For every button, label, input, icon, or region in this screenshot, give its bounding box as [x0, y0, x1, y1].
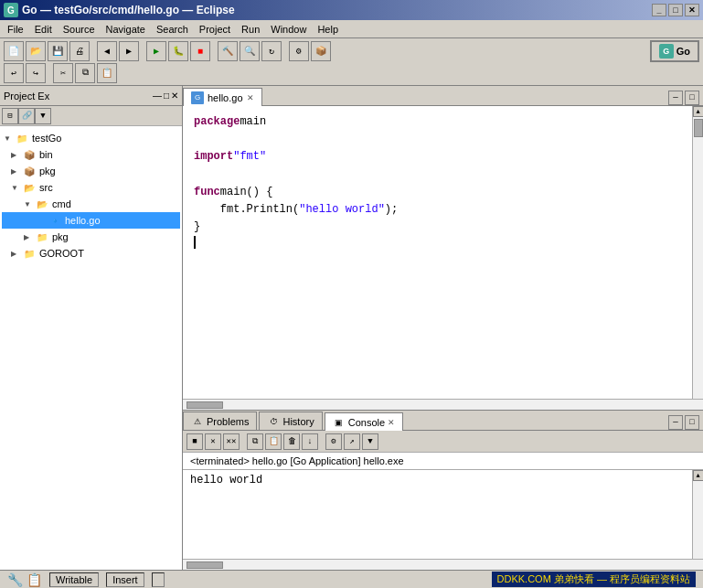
run-button[interactable]: ▶	[146, 41, 166, 61]
menu-navigate[interactable]: Navigate	[101, 22, 151, 37]
code-line-8	[194, 236, 681, 253]
tree-item-testGo[interactable]: ▼ 📁 testGo	[2, 130, 180, 146]
fwd-button[interactable]: ▶	[119, 41, 139, 61]
menu-project[interactable]: Project	[194, 22, 236, 37]
back-button[interactable]: ◀	[97, 41, 117, 61]
bottom-maximize[interactable]: □	[685, 415, 699, 430]
bottom-minimize[interactable]: —	[668, 415, 683, 430]
toolbar-row-1: 📄 📂 💾 🖨 ◀ ▶ ▶ 🐛 ■ 🔨 🔍 ↻ ⚙ 📦 G Go	[4, 40, 699, 62]
console-h-scrollbar[interactable]	[183, 559, 703, 570]
pe-titlebar-controls[interactable]: — □ ✕	[153, 91, 178, 101]
h-scrollbar-area[interactable]	[183, 399, 703, 410]
open-button[interactable]: 📂	[26, 41, 46, 61]
console-copy-btn[interactable]: ⧉	[247, 433, 263, 450]
undo-button[interactable]: ↩	[4, 63, 24, 83]
menu-source[interactable]: Source	[58, 22, 101, 37]
v-scrollbar[interactable]: ▲	[692, 106, 703, 399]
go-run-button[interactable]: G Go	[650, 40, 699, 62]
bottom-tab-problems[interactable]: ⚠ Problems	[183, 412, 257, 430]
pe-minimize-icon[interactable]: —	[153, 91, 162, 101]
menu-run[interactable]: Run	[236, 22, 265, 37]
console-h-thumb[interactable]	[186, 561, 223, 569]
console-scroll-up[interactable]: ▲	[693, 470, 704, 481]
console-paste-btn[interactable]: 📋	[265, 433, 282, 450]
tb-extra1[interactable]: ⚙	[289, 41, 309, 61]
console-terminate-btn[interactable]: ■	[186, 433, 203, 450]
menu-help[interactable]: Help	[312, 22, 344, 37]
bottom-tab-history[interactable]: ⏱ History	[259, 412, 322, 430]
debug-button[interactable]: 🐛	[168, 41, 188, 61]
title-controls[interactable]: _ □ ✕	[652, 4, 699, 16]
tb-extra2[interactable]: 📦	[311, 41, 331, 61]
pe-link-editor[interactable]: 🔗	[18, 108, 35, 124]
maximize-button[interactable]: □	[668, 4, 683, 16]
tree-item-GOROOT[interactable]: ▶ 📁 GOROOT	[2, 245, 180, 262]
redo-button[interactable]: ↪	[26, 63, 46, 83]
scroll-up-arrow[interactable]: ▲	[693, 106, 704, 117]
folder-icon-cmd: 📂	[35, 198, 49, 210]
console-output: hello world	[183, 470, 692, 559]
close-button[interactable]: ✕	[685, 4, 699, 16]
code-editor[interactable]: package main import "fmt" func main() { …	[183, 106, 692, 399]
tree-label-testGo: testGo	[32, 133, 61, 144]
console-tab-close[interactable]: ✕	[388, 418, 395, 427]
console-settings-btn[interactable]: ⚙	[325, 433, 342, 450]
tree-label-GOROOT: GOROOT	[39, 248, 84, 259]
tree-label-pkg2: pkg	[52, 231, 69, 242]
pe-titlebar-left: Project Ex	[4, 91, 49, 102]
tree-item-cmd[interactable]: ▼ 📂 cmd	[2, 196, 180, 212]
pe-close-icon[interactable]: ✕	[171, 91, 178, 101]
console-remove-btn[interactable]: ✕	[205, 433, 221, 450]
tree-item-hello-go[interactable]: 🔹 hello.go	[2, 212, 180, 229]
scroll-thumb[interactable]	[694, 119, 703, 137]
editor-minimize[interactable]: —	[668, 91, 683, 105]
save-button[interactable]: 💾	[48, 41, 68, 61]
str-hello: "hello world"	[299, 201, 385, 219]
toolbar-row-2: ↩ ↪ ✂ ⧉ 📋	[4, 63, 699, 83]
console-open-btn[interactable]: ↗	[344, 433, 360, 450]
cut-button[interactable]: ✂	[53, 63, 73, 83]
copy-button[interactable]: ⧉	[75, 63, 95, 83]
minimize-button[interactable]: _	[652, 4, 666, 16]
editor-tab-label: hello.go	[208, 92, 243, 103]
bottom-tab-problems-label: Problems	[207, 416, 249, 427]
bottom-tab-console-label: Console	[348, 417, 385, 428]
editor-tab-close[interactable]: ✕	[247, 93, 254, 102]
pe-collapse-all[interactable]: ⊟	[2, 108, 18, 124]
code-line-2	[194, 131, 681, 148]
editor-maximize[interactable]: □	[685, 91, 699, 105]
tree-item-pkg[interactable]: ▶ 📦 pkg	[2, 163, 180, 179]
tree-item-src[interactable]: ▼ 📂 src	[2, 179, 180, 196]
toolbar-area: 📄 📂 💾 🖨 ◀ ▶ ▶ 🐛 ■ 🔨 🔍 ↻ ⚙ 📦 G Go ↩ ↪ ✂ ⧉…	[0, 38, 703, 86]
tree-item-bin[interactable]: ▶ 📦 bin	[2, 146, 180, 163]
editor-tab-hello-go[interactable]: G hello.go ✕	[183, 88, 262, 106]
fn-main: main() {	[220, 184, 273, 201]
pe-toolbar[interactable]: ⊟ 🔗 ▼	[0, 106, 182, 126]
console-remove-all-btn[interactable]: ✕✕	[223, 433, 240, 450]
console-scroll-btn[interactable]: ↓	[302, 433, 318, 450]
menu-edit[interactable]: Edit	[29, 22, 58, 37]
build-button[interactable]: 🔨	[218, 41, 238, 61]
pe-menu[interactable]: ▼	[35, 108, 51, 124]
menu-window[interactable]: Window	[265, 22, 312, 37]
tree-item-pkg2[interactable]: ▶ 📁 pkg	[2, 229, 180, 245]
h-scrollbar-thumb[interactable]	[186, 401, 223, 409]
bottom-panel-controls[interactable]: — □	[668, 415, 703, 430]
stop-button[interactable]: ■	[190, 41, 210, 61]
paste-button[interactable]: 📋	[97, 63, 117, 83]
refresh-button[interactable]: ↻	[261, 41, 282, 61]
menu-search[interactable]: Search	[151, 22, 194, 37]
editor-controls[interactable]: — □	[668, 91, 703, 105]
console-menu-btn[interactable]: ▼	[362, 433, 378, 450]
search-files-button[interactable]: 🔍	[240, 41, 260, 61]
folder-icon-GOROOT: 📁	[22, 247, 37, 260]
folder-icon-pkg: 📦	[22, 165, 37, 177]
console-clear-btn[interactable]: 🗑	[283, 433, 300, 450]
console-v-scrollbar[interactable]: ▲	[692, 470, 703, 559]
status-icon2: 📋	[27, 572, 42, 587]
bottom-tab-console[interactable]: ▣ Console ✕	[325, 412, 403, 431]
pe-maximize-icon[interactable]: □	[164, 91, 169, 101]
menu-file[interactable]: File	[2, 22, 29, 37]
new-button[interactable]: 📄	[4, 41, 24, 61]
print-button[interactable]: 🖨	[69, 41, 90, 61]
